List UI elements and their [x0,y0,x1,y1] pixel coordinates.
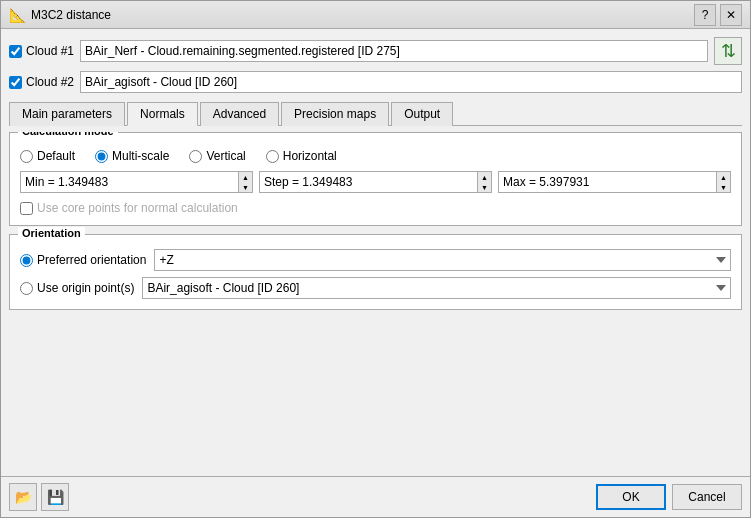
step-down-arrow[interactable]: ▼ [478,182,491,192]
radio-multiscale-label[interactable]: Multi-scale [95,149,169,163]
orientation-title: Orientation [18,227,85,239]
open-icon: 📂 [15,489,32,505]
step-up-arrow[interactable]: ▲ [478,172,491,182]
tab-precision[interactable]: Precision maps [281,102,389,126]
radio-default[interactable] [20,150,33,163]
preferred-orientation-select[interactable]: +Z -Z +X -X +Y -Y [154,249,731,271]
radio-vertical[interactable] [189,150,202,163]
save-button[interactable]: 💾 [41,483,69,511]
radio-vertical-label[interactable]: Vertical [189,149,245,163]
min-spinbox: ▲ ▼ [20,171,253,193]
origin-points-select[interactable]: BAir_agisoft - Cloud [ID 260] [142,277,731,299]
normals-tab-content: Calculation mode Default Multi-scale Ver… [9,132,742,468]
cloud2-input[interactable] [80,71,742,93]
cloud2-label: Cloud #2 [26,75,74,89]
cloud1-row: Cloud #1 ⇅ [9,37,742,65]
cloud2-checkbox-label[interactable]: Cloud #2 [9,75,74,89]
preferred-orientation-radio[interactable] [20,254,33,267]
radio-horizontal-label[interactable]: Horizontal [266,149,337,163]
bottom-bar: 📂 💾 OK Cancel [1,476,750,517]
title-bar: 📐 M3C2 distance ? ✕ [1,1,750,29]
max-input[interactable] [499,172,716,192]
origin-points-row: Use origin point(s) BAir_agisoft - Cloud… [20,277,731,299]
min-down-arrow[interactable]: ▼ [239,182,252,192]
bottom-left-buttons: 📂 💾 [9,483,69,511]
title-bar-left: 📐 M3C2 distance [9,7,111,23]
dialog-content: Cloud #1 ⇅ Cloud #2 Main parameters [1,29,750,476]
cloud1-checkbox-label[interactable]: Cloud #1 [9,44,74,58]
step-input[interactable] [260,172,477,192]
tab-output[interactable]: Output [391,102,453,126]
origin-points-radio[interactable] [20,282,33,295]
cloud1-label: Cloud #1 [26,44,74,58]
origin-points-radio-label[interactable]: Use origin point(s) [20,281,134,295]
save-icon: 💾 [47,489,64,505]
open-button[interactable]: 📂 [9,483,37,511]
orientation-group: Orientation Preferred orientation +Z -Z … [9,234,742,310]
use-core-points-checkbox[interactable] [20,202,33,215]
bottom-right-buttons: OK Cancel [596,484,742,510]
swap-button[interactable]: ⇅ [714,37,742,65]
calculation-mode-radios: Default Multi-scale Vertical Horizontal [20,149,731,163]
tab-normals[interactable]: Normals [127,102,198,126]
use-core-points-label: Use core points for normal calculation [37,201,238,215]
max-down-arrow[interactable]: ▼ [717,182,730,192]
cloud1-checkbox[interactable] [9,45,22,58]
swap-icon: ⇅ [721,40,736,62]
dialog-icon: 📐 [9,7,25,23]
cancel-button[interactable]: Cancel [672,484,742,510]
tab-main[interactable]: Main parameters [9,102,125,126]
radio-multiscale[interactable] [95,150,108,163]
tab-advanced[interactable]: Advanced [200,102,279,126]
max-up-arrow[interactable]: ▲ [717,172,730,182]
title-bar-right: ? ✕ [694,4,742,26]
cloud2-row: Cloud #2 [9,71,742,93]
radio-horizontal[interactable] [266,150,279,163]
close-button[interactable]: ✕ [720,4,742,26]
dialog-title: M3C2 distance [31,8,111,22]
min-input[interactable] [21,172,238,192]
calculation-mode-group: Calculation mode Default Multi-scale Ver… [9,132,742,226]
cloud2-checkbox[interactable] [9,76,22,89]
preferred-orientation-radio-label[interactable]: Preferred orientation [20,253,146,267]
step-spinbox: ▲ ▼ [259,171,492,193]
use-core-points-row: Use core points for normal calculation [20,201,731,215]
radio-default-label[interactable]: Default [20,149,75,163]
cloud1-input[interactable] [80,40,708,62]
calculation-mode-title: Calculation mode [18,132,118,137]
preferred-orientation-row: Preferred orientation +Z -Z +X -X +Y -Y [20,249,731,271]
spinbox-row: ▲ ▼ ▲ ▼ ▲ [20,171,731,193]
tabs: Main parameters Normals Advanced Precisi… [9,101,742,126]
dialog: 📐 M3C2 distance ? ✕ Cloud #1 ⇅ [0,0,751,518]
min-up-arrow[interactable]: ▲ [239,172,252,182]
help-button[interactable]: ? [694,4,716,26]
max-spinbox: ▲ ▼ [498,171,731,193]
ok-button[interactable]: OK [596,484,666,510]
